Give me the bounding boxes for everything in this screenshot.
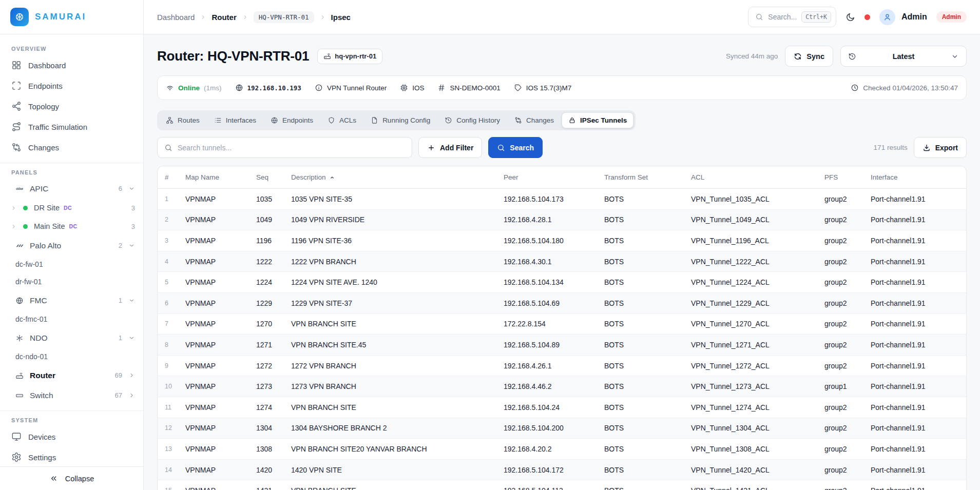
- table-row[interactable]: 11VPNMAP1274VPN BRANCH SITE192.168.5.104…: [158, 397, 966, 418]
- status-version: IOS 15.7(3)M7: [514, 84, 572, 92]
- sidebar-item-endpoints[interactable]: Endpoints: [10, 75, 135, 96]
- column-header-transform-set[interactable]: Transform Set: [604, 173, 691, 181]
- panel-switch[interactable]: Switch67: [10, 385, 135, 405]
- table-header-row: #Map NameSeqDescriptionPeerTransform Set…: [158, 166, 966, 189]
- chevron-down-icon: [951, 52, 959, 61]
- panel-ndo[interactable]: NDO1: [10, 328, 135, 348]
- sidebar-header: SAMURAI: [0, 0, 143, 34]
- collapse-button[interactable]: Collapse: [0, 466, 143, 490]
- sidebar-item-traffic-simulation[interactable]: Traffic Simulation: [10, 116, 135, 137]
- chevron-down-icon[interactable]: [128, 335, 135, 341]
- chevron-down-icon[interactable]: [128, 242, 135, 249]
- collapse-label: Collapse: [65, 475, 94, 483]
- breadcrumb-dashboard[interactable]: Dashboard: [157, 13, 195, 22]
- tab-endpoints[interactable]: Endpoints: [264, 112, 320, 128]
- panel-count: 1: [119, 297, 122, 304]
- sidebar-item-devices[interactable]: Devices: [10, 426, 135, 447]
- column-header-pfs[interactable]: PFS: [824, 173, 871, 181]
- global-search[interactable]: Search... Ctrl+K: [748, 7, 836, 27]
- table-row[interactable]: 3VPNMAP11961196 VPN SITE-36192.168.5.104…: [158, 230, 966, 251]
- table-row[interactable]: 9VPNMAP12721272 VPN BRANCH192.168.4.26.1…: [158, 356, 966, 377]
- tab-acls[interactable]: ACLs: [321, 112, 363, 128]
- panel-count: 6: [119, 185, 122, 192]
- table-row[interactable]: 7VPNMAP1270VPN BRANCH SITE172.22.8.154BO…: [158, 314, 966, 335]
- panel-count: 2: [119, 242, 122, 249]
- breadcrumb-router[interactable]: Router: [212, 13, 236, 22]
- tag-icon: [514, 84, 522, 92]
- chevron-right-icon[interactable]: [10, 205, 17, 211]
- table-row[interactable]: 1VPNMAP10351035 VPN SITE-35192.168.5.104…: [158, 189, 966, 210]
- sidebar-item-topology[interactable]: Topology: [10, 96, 135, 116]
- section-label-overview: OVERVIEW: [11, 46, 135, 52]
- chevron-down-icon[interactable]: [128, 185, 135, 192]
- history-icon: [445, 116, 452, 124]
- search-button[interactable]: Search: [488, 137, 543, 158]
- tab-config-history[interactable]: Config History: [438, 112, 507, 128]
- tunnel-search-placeholder: Search tunnels...: [178, 144, 232, 152]
- tab-running-config[interactable]: Running Config: [364, 112, 437, 128]
- notification-dot[interactable]: [864, 14, 870, 20]
- status-dot-green: [23, 224, 28, 229]
- table-row[interactable]: 15VPNMAP1421VPN BRANCH SITE192.168.5.104…: [158, 480, 966, 490]
- sidebar-item-changes[interactable]: Changes: [10, 137, 135, 158]
- table-row[interactable]: 10VPNMAP12731273 VPN BRANCH192.168.4.46.…: [158, 376, 966, 397]
- table-row[interactable]: 6VPNMAP12291229 VPN SITE-37192.168.5.104…: [158, 293, 966, 314]
- export-button[interactable]: Export: [914, 137, 967, 158]
- panel-router[interactable]: Router69: [10, 365, 135, 385]
- table-row[interactable]: 14VPNMAP14201420 VPN SITE192.168.5.104.1…: [158, 460, 966, 481]
- breadcrumb-page[interactable]: Ipsec: [331, 13, 351, 22]
- table-row[interactable]: 5VPNMAP12241224 VPN SITE AVE. 1240192.16…: [158, 272, 966, 293]
- table-row[interactable]: 13VPNMAP1308VPN BRANCH SITE20 YANVAR BRA…: [158, 439, 966, 460]
- brand-name: SAMURAI: [35, 12, 86, 22]
- panel-site-dr-site[interactable]: DR SiteDC3: [10, 199, 135, 217]
- scan-icon: [11, 81, 22, 91]
- globe-icon: [235, 84, 243, 92]
- column-header-interface[interactable]: Interface: [871, 173, 962, 181]
- table-row[interactable]: 4VPNMAP12221222 VPN BRANCH192.168.4.30.1…: [158, 251, 966, 272]
- sync-button[interactable]: Sync: [785, 46, 833, 67]
- add-filter-button[interactable]: Add Filter: [418, 137, 482, 158]
- panel-device-dc-fmc-01[interactable]: dc-fmc-01: [10, 310, 135, 328]
- device-chip[interactable]: hq-vpn-rtr-01: [317, 49, 382, 64]
- column-header-peer[interactable]: Peer: [504, 173, 604, 181]
- status-os: IOS: [400, 84, 424, 92]
- panel-device-dc-ndo-01[interactable]: dc-ndo-01: [10, 348, 135, 365]
- table-row[interactable]: 8VPNMAP1271VPN BRANCH SITE.45192.168.5.1…: [158, 335, 966, 356]
- user-name[interactable]: Admin: [901, 12, 927, 22]
- sidebar-nav: OVERVIEW DashboardEndpointsTopologyTraff…: [0, 34, 143, 466]
- device-status-bar: Online (1ms) 192.168.10.193 VPN Tunnel R…: [157, 75, 967, 100]
- column-header-map-name[interactable]: Map Name: [185, 173, 256, 181]
- tab-routes[interactable]: Routes: [159, 112, 206, 128]
- tab-interfaces[interactable]: Interfaces: [207, 112, 263, 128]
- chevron-right-icon[interactable]: [128, 372, 135, 379]
- panel-site-main-site[interactable]: Main SiteDC3: [10, 217, 135, 236]
- table-row[interactable]: 12VPNMAP13041304 BAYSHORE BRANCH 2192.16…: [158, 418, 966, 439]
- avatar[interactable]: [879, 9, 895, 25]
- section-label-system: SYSTEM: [11, 417, 135, 423]
- dark-mode-toggle[interactable]: [846, 12, 855, 22]
- panel-apic[interactable]: APIC6: [10, 179, 135, 199]
- column-header-index[interactable]: #: [165, 173, 185, 181]
- nav-panels: APIC6DR SiteDC3Main SiteDC3Palo Alto2dc-…: [10, 179, 135, 405]
- sidebar-item-settings[interactable]: Settings: [10, 447, 135, 466]
- tab-ipsec-tunnels[interactable]: IPSec Tunnels: [562, 112, 633, 128]
- column-header-seq[interactable]: Seq: [256, 173, 291, 181]
- column-header-acl[interactable]: ACL: [691, 173, 824, 181]
- chevron-right-icon[interactable]: [10, 223, 17, 230]
- app-logo[interactable]: [10, 8, 29, 26]
- tab-changes[interactable]: Changes: [508, 112, 561, 128]
- panel-palo-alto[interactable]: Palo Alto2: [10, 236, 135, 256]
- chevron-right-icon[interactable]: [128, 392, 135, 399]
- version-select[interactable]: Latest: [840, 46, 967, 67]
- chevron-down-icon[interactable]: [128, 297, 135, 304]
- breadcrumb-device[interactable]: HQ-VPN-RTR-01: [254, 11, 314, 23]
- sidebar-item-dashboard[interactable]: Dashboard: [10, 55, 135, 75]
- table-row[interactable]: 2VPNMAP10491049 VPN RIVERSIDE192.168.4.2…: [158, 210, 966, 231]
- panel-device-dc-fw-01[interactable]: dc-fw-01: [10, 256, 135, 273]
- panel-fmc[interactable]: FMC1: [10, 290, 135, 310]
- column-header-description[interactable]: Description: [291, 173, 504, 181]
- tunnel-search-input[interactable]: Search tunnels...: [157, 137, 412, 158]
- panel-device-dr-fw-01[interactable]: dr-fw-01: [10, 273, 135, 290]
- main-area: Dashboard Router HQ-VPN-RTR-01 Ipsec Sea…: [144, 0, 980, 490]
- panel-count: 69: [115, 371, 122, 379]
